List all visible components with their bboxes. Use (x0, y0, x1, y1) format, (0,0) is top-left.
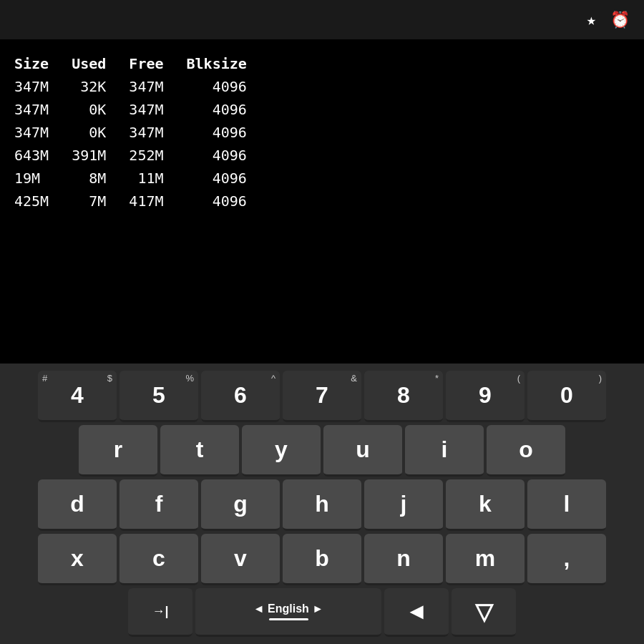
key-8[interactable]: * 8 (364, 371, 443, 422)
key-7[interactable]: & 7 (283, 371, 361, 422)
bottom-row: →| ◄ English ► ◄ ▽ (2, 588, 642, 637)
cell-0-0: 347M (14, 75, 72, 98)
table-row: 347M0K347M4096 (14, 121, 270, 144)
row2: r t y u i o (2, 425, 642, 477)
cell-0-2: 347M (129, 75, 186, 98)
cell-5-1: 7M (72, 190, 129, 213)
key-4-sub2: $ (107, 373, 112, 384)
key-r[interactable]: r (79, 425, 157, 477)
cell-4-0: 19M (14, 167, 72, 190)
status-bar: ★ ⏰ (0, 0, 644, 39)
key-6-sub: ^ (271, 373, 275, 384)
cell-1-1: 0K (72, 98, 129, 121)
col-size: Size (14, 52, 72, 75)
key-0-sub: ) (599, 373, 602, 384)
key-4-sub: # (42, 373, 47, 384)
key-t[interactable]: t (160, 425, 239, 477)
key-0[interactable]: ) 0 (527, 371, 606, 422)
back-arrow-key[interactable]: ◄ (384, 588, 449, 637)
key-c[interactable]: c (119, 534, 198, 585)
cell-0-3: 4096 (187, 75, 270, 98)
key-n[interactable]: n (364, 534, 443, 585)
col-free: Free (129, 52, 186, 75)
cell-1-2: 347M (129, 98, 186, 121)
table-row: 643M391M252M4096 (14, 144, 270, 167)
cell-1-3: 4096 (187, 98, 270, 121)
cell-4-2: 11M (129, 167, 186, 190)
col-used: Used (72, 52, 129, 75)
key-6[interactable]: ^ 6 (201, 371, 280, 422)
key-l[interactable]: l (527, 479, 606, 531)
key-y[interactable]: y (242, 425, 321, 477)
key-comma[interactable]: , (527, 534, 606, 585)
cell-1-0: 347M (14, 98, 72, 121)
key-b[interactable]: b (283, 534, 361, 585)
table-row: 347M0K347M4096 (14, 98, 270, 121)
key-9-sub: ( (517, 373, 520, 384)
cell-0-1: 32K (72, 75, 129, 98)
alarm-icon: ⏰ (610, 11, 630, 29)
terminal-output: Size Used Free Blksize 347M32K347M409634… (0, 39, 644, 225)
key-x[interactable]: x (38, 534, 117, 585)
disk-table: Size Used Free Blksize 347M32K347M409634… (14, 52, 270, 213)
language-key[interactable]: ◄ English ► (195, 588, 381, 637)
cell-3-0: 643M (14, 144, 72, 167)
cell-2-3: 4096 (187, 121, 270, 144)
key-v[interactable]: v (201, 534, 280, 585)
cell-4-1: 8M (72, 167, 129, 190)
key-g[interactable]: g (201, 479, 280, 531)
cell-3-2: 252M (129, 144, 186, 167)
key-j[interactable]: j (364, 479, 443, 531)
table-row: 19M8M11M4096 (14, 167, 270, 190)
key-f[interactable]: f (119, 479, 198, 531)
key-i[interactable]: i (405, 425, 484, 477)
key-5[interactable]: % 5 (119, 371, 198, 422)
language-label: ◄ English ► (253, 602, 323, 615)
keyboard: # $ 4 % 5 ^ 6 & 7 * 8 ( 9 ) 0 r t (0, 364, 644, 644)
key-4[interactable]: # $ 4 (38, 371, 117, 422)
table-row: 425M7M417M4096 (14, 190, 270, 213)
bluetooth-icon: ★ (587, 11, 596, 29)
row4: x c v b n m , (2, 534, 642, 585)
key-8-sub: * (435, 373, 439, 384)
cell-3-3: 4096 (187, 144, 270, 167)
cell-2-1: 0K (72, 121, 129, 144)
key-9[interactable]: ( 9 (446, 371, 525, 422)
key-o[interactable]: o (487, 425, 565, 477)
row3: d f g h j k l (2, 479, 642, 531)
key-d[interactable]: d (38, 479, 117, 531)
table-header-row: Size Used Free Blksize (14, 52, 270, 75)
key-h[interactable]: h (283, 479, 361, 531)
key-u[interactable]: u (323, 425, 402, 477)
key-5-sub: % (185, 373, 194, 384)
cell-4-3: 4096 (187, 167, 270, 190)
cell-2-0: 347M (14, 121, 72, 144)
cell-5-3: 4096 (187, 190, 270, 213)
number-row: # $ 4 % 5 ^ 6 & 7 * 8 ( 9 ) 0 (2, 371, 642, 422)
key-m[interactable]: m (446, 534, 525, 585)
key-7-sub: & (351, 373, 357, 384)
cell-2-2: 347M (129, 121, 186, 144)
tab-key[interactable]: →| (128, 588, 192, 637)
key-k[interactable]: k (446, 479, 525, 531)
table-row: 347M32K347M4096 (14, 75, 270, 98)
language-underline (269, 618, 308, 620)
cell-5-0: 425M (14, 190, 72, 213)
cell-3-1: 391M (72, 144, 129, 167)
cell-5-2: 417M (129, 190, 186, 213)
col-blksize: Blksize (187, 52, 270, 75)
down-arrow-key[interactable]: ▽ (452, 588, 516, 637)
